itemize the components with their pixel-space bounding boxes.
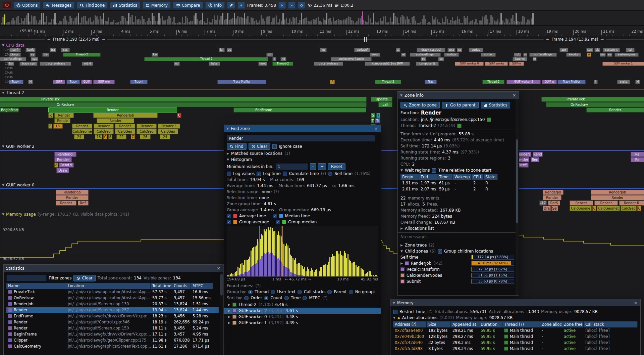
zone[interactable]: sys bbox=[61, 48, 70, 52]
zone[interactable]: system-grms bbox=[614, 53, 639, 57]
frame-bar[interactable] bbox=[118, 22, 119, 25]
frame-bar[interactable] bbox=[190, 21, 192, 25]
frame-bar[interactable] bbox=[296, 17, 297, 25]
frame-bar[interactable] bbox=[34, 16, 36, 25]
frame-bar[interactable] bbox=[418, 23, 420, 25]
frame-bar[interactable] bbox=[240, 17, 242, 25]
zone[interactable]: tracy_syn bbox=[19, 62, 38, 66]
frame-bar[interactable] bbox=[432, 16, 433, 25]
zone[interactable]: RenderJol bbox=[54, 152, 76, 157]
zone[interactable]: Render bbox=[115, 124, 135, 129]
frame-bar[interactable] bbox=[115, 23, 116, 25]
zone[interactable]: Render bbox=[54, 157, 72, 162]
toolbar-button-compare[interactable]: Compare bbox=[173, 2, 203, 9]
zone-group-row[interactable]: ▶GUIF worker 2(3,296)4.61 s bbox=[224, 308, 381, 314]
frame-bar[interactable] bbox=[197, 19, 198, 25]
frame-bar[interactable] bbox=[194, 15, 195, 25]
frame-bar[interactable] bbox=[103, 13, 104, 25]
frame-bar[interactable] bbox=[19, 23, 20, 25]
zone[interactable]: Trac bbox=[425, 80, 437, 84]
zone[interactable]: GUIF worker 0 bbox=[455, 62, 484, 66]
scrollbar-thumb[interactable] bbox=[516, 139, 518, 223]
frame-bar[interactable] bbox=[93, 20, 94, 25]
statistics-row[interactable]: Renderjni/../jni/src/guif/Control.cpp:34… bbox=[6, 319, 219, 325]
frame-bar[interactable] bbox=[74, 18, 76, 25]
frame-bar[interactable] bbox=[130, 17, 131, 25]
frame-bar[interactable] bbox=[490, 15, 492, 25]
frame-bar[interactable] bbox=[183, 23, 185, 25]
collapse-icon[interactable]: ▼ bbox=[226, 127, 229, 130]
frame-bar[interactable] bbox=[247, 16, 249, 25]
frame-bar[interactable] bbox=[113, 20, 114, 25]
find-button[interactable]: Find bbox=[227, 143, 247, 150]
frame-bar[interactable] bbox=[187, 18, 188, 25]
frame-bar[interactable] bbox=[182, 17, 183, 25]
statistics-row[interactable]: RenderJobjni/../jni/src/guif/Screen.cpp:… bbox=[6, 301, 219, 307]
zone[interactable]: sen bbox=[586, 48, 593, 52]
thread-header-guif-worker-2[interactable]: ▼GUIF worker 2 bbox=[2, 144, 35, 149]
frame-bar[interactable] bbox=[153, 16, 155, 25]
frame-bar[interactable] bbox=[143, 19, 145, 25]
statistics-button[interactable]: Statistics bbox=[481, 102, 511, 108]
collapse-icon[interactable]: ▼ bbox=[227, 158, 229, 161]
zone[interactable]: composer@2.1-se [HW bbox=[365, 62, 410, 66]
zone[interactable]: GUIF-w bbox=[509, 62, 524, 66]
frame-bar[interactable] bbox=[286, 18, 287, 25]
frame-bar[interactable] bbox=[202, 13, 203, 25]
frame-bar[interactable] bbox=[344, 19, 346, 25]
child-zone-row[interactable]: CalcRenderNodes51.51 µs (1.15%) bbox=[400, 273, 514, 278]
frame-bar[interactable] bbox=[207, 18, 208, 25]
frame-bar[interactable] bbox=[91, 22, 93, 25]
frame-bar[interactable] bbox=[95, 15, 96, 25]
column-header-end[interactable]: End bbox=[419, 174, 437, 180]
zone[interactable]: Render bbox=[54, 113, 74, 118]
frame-bar[interactable] bbox=[512, 15, 514, 25]
frame-bar[interactable] bbox=[160, 18, 161, 25]
frame-bar[interactable] bbox=[131, 15, 133, 25]
frame-bar[interactable] bbox=[11, 20, 12, 25]
histogram-plot[interactable] bbox=[227, 226, 378, 277]
frame-bar[interactable] bbox=[284, 19, 285, 25]
frame-bar[interactable] bbox=[326, 13, 327, 25]
zone[interactable]: GUIF bbox=[81, 80, 92, 84]
frame-bar[interactable] bbox=[323, 18, 324, 25]
frame-bar[interactable] bbox=[234, 13, 235, 25]
sort-by-radio[interactable] bbox=[264, 296, 268, 300]
frame-bar[interactable] bbox=[189, 22, 190, 25]
frame-bar[interactable] bbox=[448, 23, 450, 25]
frame-bar[interactable] bbox=[308, 21, 309, 25]
frame-bar[interactable] bbox=[31, 15, 32, 25]
frame-bar[interactable] bbox=[98, 19, 99, 25]
frame-bar[interactable] bbox=[396, 17, 398, 25]
zone[interactable]: ra bbox=[457, 48, 462, 52]
next-frame-button[interactable] bbox=[278, 2, 286, 9]
sort-by-radio[interactable] bbox=[244, 296, 249, 300]
frame-bar[interactable] bbox=[54, 13, 56, 25]
frame-bar[interactable] bbox=[58, 23, 59, 25]
close-icon[interactable]: × bbox=[374, 126, 378, 131]
frame-bar[interactable] bbox=[363, 20, 364, 25]
zone[interactable]: 18. bbox=[53, 124, 63, 129]
column-header-counts[interactable]: Counts bbox=[172, 283, 191, 289]
frame-bar[interactable] bbox=[180, 23, 181, 25]
zone[interactable]: audioserver [audio bbox=[331, 57, 372, 61]
column-header-total-time[interactable]: Total time bbox=[151, 283, 172, 289]
zone[interactable]: surfaceflinger bbox=[410, 53, 441, 57]
column-header-mtpc[interactable]: MTPC bbox=[191, 283, 213, 289]
frame-bar[interactable] bbox=[524, 17, 525, 25]
zone-info-titlebar[interactable]: ▼ Zone info × bbox=[398, 92, 519, 99]
zone[interactable]: rot_d bbox=[82, 62, 93, 66]
frame-bar[interactable] bbox=[59, 21, 61, 25]
frame-bar[interactable] bbox=[460, 23, 462, 25]
zone[interactable]: Thread-2 bbox=[63, 53, 101, 57]
frame-bar[interactable] bbox=[400, 17, 401, 25]
previous-frame-button[interactable] bbox=[237, 2, 245, 9]
frame-bar[interactable] bbox=[185, 16, 186, 25]
frame-bar[interactable] bbox=[423, 15, 425, 25]
zone[interactable]: Render bbox=[591, 195, 644, 200]
frame-bar[interactable] bbox=[29, 21, 31, 25]
frame-bar[interactable] bbox=[433, 19, 435, 25]
frame-bar[interactable] bbox=[177, 23, 178, 25]
zone[interactable]: et bbox=[401, 53, 406, 57]
statistics-row[interactable]: BeginFramejni/../jni/src/claw/gfx/drv/vk… bbox=[6, 331, 219, 337]
